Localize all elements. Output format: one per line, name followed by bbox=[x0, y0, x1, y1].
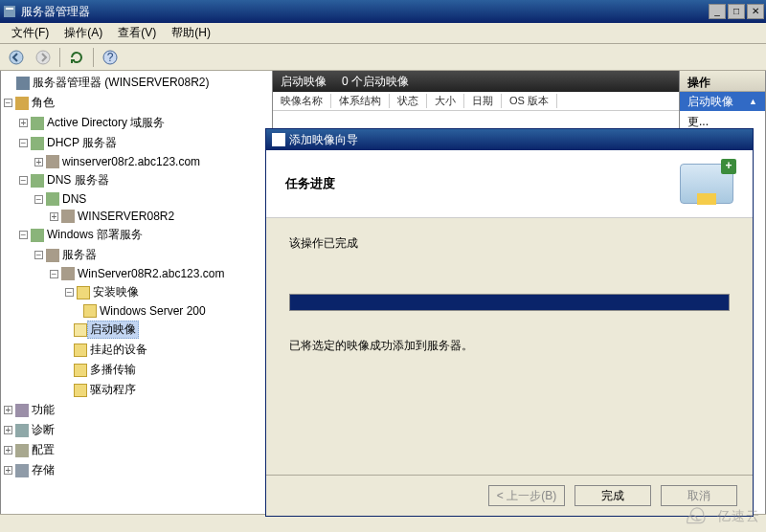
col-os[interactable]: OS 版本 bbox=[502, 94, 557, 108]
tree-storage[interactable]: 存储 bbox=[29, 461, 57, 479]
features-icon bbox=[15, 404, 29, 417]
col-name[interactable]: 映像名称 bbox=[273, 94, 331, 108]
service-icon bbox=[31, 229, 44, 242]
tree-root[interactable]: 服务器管理器 (WINSERVER08R2) bbox=[30, 74, 212, 92]
menubar: 文件(F) 操作(A) 查看(V) 帮助(H) bbox=[0, 23, 766, 44]
expand-toggle[interactable]: + bbox=[34, 158, 43, 166]
progress-bar bbox=[289, 294, 730, 311]
expand-toggle[interactable]: + bbox=[19, 119, 28, 127]
main-titlebar: 服务器管理器 _ □ ✕ bbox=[0, 0, 766, 23]
tree-install-images[interactable]: 安装映像 bbox=[90, 283, 142, 301]
close-button[interactable]: ✕ bbox=[747, 4, 764, 19]
expand-toggle[interactable]: + bbox=[50, 212, 58, 221]
servers-icon bbox=[46, 249, 59, 262]
folder-icon bbox=[83, 304, 97, 318]
toolbar-separator bbox=[93, 48, 94, 67]
app-icon bbox=[2, 4, 17, 19]
expand-toggle[interactable]: − bbox=[19, 231, 28, 239]
toolbar: ? bbox=[0, 44, 766, 71]
dns-icon bbox=[46, 192, 59, 206]
forward-button[interactable] bbox=[33, 47, 54, 68]
expand-toggle[interactable]: + bbox=[4, 446, 12, 454]
tree-pane[interactable]: 服务器管理器 (WINSERVER08R2) −角色 +Active Direc… bbox=[0, 71, 273, 522]
actions-selected: 启动映像 ▲ bbox=[680, 92, 765, 111]
config-icon bbox=[15, 444, 29, 457]
expand-toggle[interactable]: − bbox=[19, 139, 28, 147]
maximize-button[interactable]: □ bbox=[728, 4, 745, 19]
dialog-heading: 任务进度 bbox=[285, 175, 335, 192]
folder-icon bbox=[77, 286, 90, 299]
service-icon bbox=[31, 137, 44, 150]
svg-rect-1 bbox=[6, 8, 13, 10]
folder-icon bbox=[74, 364, 87, 377]
watermark-text: 亿速云 bbox=[717, 508, 760, 525]
tree-wds[interactable]: Windows 部署服务 bbox=[44, 226, 146, 244]
menu-action[interactable]: 操作(A) bbox=[56, 23, 110, 43]
watermark: 亿速云 bbox=[681, 507, 760, 526]
tree-roles[interactable]: 角色 bbox=[29, 94, 57, 112]
finish-button[interactable]: 完成 bbox=[574, 485, 651, 506]
tree-dns-host[interactable]: WINSERVER08R2 bbox=[75, 209, 177, 224]
tree-diagnostics[interactable]: 诊断 bbox=[29, 421, 57, 439]
dialog-title: 添加映像向导 bbox=[289, 132, 358, 148]
help-button[interactable]: ? bbox=[100, 47, 121, 68]
add-image-wizard-dialog: 添加映像向导 任务进度 该操作已完成 已将选定的映像成功添加到服务器。 < 上一… bbox=[265, 128, 754, 517]
folder-open-icon bbox=[74, 323, 87, 337]
tree-ws200x[interactable]: Windows Server 200 bbox=[97, 303, 209, 319]
dialog-footer: < 上一步(B) 完成 取消 bbox=[266, 475, 753, 516]
dialog-body: 该操作已完成 已将选定的映像成功添加到服务器。 bbox=[266, 218, 753, 475]
diagnostics-icon bbox=[15, 424, 29, 437]
tree-ad[interactable]: Active Directory 域服务 bbox=[44, 114, 168, 132]
expand-toggle[interactable]: + bbox=[4, 466, 12, 475]
tree-servers[interactable]: 服务器 bbox=[59, 246, 100, 264]
svg-rect-0 bbox=[4, 6, 15, 17]
tree-boot-images[interactable]: 启动映像 bbox=[87, 321, 139, 339]
expand-toggle[interactable]: + bbox=[4, 406, 12, 414]
menu-view[interactable]: 查看(V) bbox=[110, 23, 164, 43]
tree-dns-node[interactable]: DNS bbox=[59, 191, 89, 207]
col-size[interactable]: 大小 bbox=[427, 94, 464, 108]
wizard-icon bbox=[272, 133, 285, 146]
svg-point-2 bbox=[10, 51, 23, 64]
refresh-button[interactable] bbox=[66, 47, 87, 68]
back-button: < 上一步(B) bbox=[488, 485, 565, 506]
menu-file[interactable]: 文件(F) bbox=[4, 23, 56, 43]
complete-message: 该操作已完成 bbox=[289, 235, 730, 252]
minimize-button[interactable]: _ bbox=[709, 4, 726, 19]
expand-toggle[interactable]: − bbox=[65, 288, 74, 297]
tree-config[interactable]: 配置 bbox=[29, 441, 57, 459]
expand-toggle[interactable]: − bbox=[34, 195, 43, 204]
menu-help[interactable]: 帮助(H) bbox=[164, 23, 218, 43]
tree-multicast[interactable]: 多播传输 bbox=[87, 361, 139, 379]
service-icon bbox=[31, 174, 44, 188]
tree-dhcp-host[interactable]: winserver08r2.abc123.com bbox=[59, 154, 203, 169]
expand-toggle[interactable]: + bbox=[4, 426, 12, 434]
tree-dhcp[interactable]: DHCP 服务器 bbox=[44, 134, 120, 152]
list-header-count: 0 个启动映像 bbox=[342, 74, 409, 90]
expand-toggle[interactable]: − bbox=[50, 270, 58, 278]
host-icon bbox=[61, 267, 75, 280]
tree-features[interactable]: 功能 bbox=[29, 401, 57, 419]
svg-text:?: ? bbox=[107, 51, 114, 64]
col-status[interactable]: 状态 bbox=[390, 94, 427, 108]
svg-point-3 bbox=[36, 51, 50, 64]
tree-dns[interactable]: DNS 服务器 bbox=[44, 171, 112, 189]
expand-toggle[interactable]: − bbox=[19, 176, 28, 185]
folder-icon bbox=[74, 344, 87, 357]
column-headers: 映像名称 体系结构 状态 大小 日期 OS 版本 bbox=[273, 92, 679, 111]
actions-selected-label: 启动映像 bbox=[687, 94, 733, 110]
col-arch[interactable]: 体系结构 bbox=[331, 94, 390, 108]
back-button[interactable] bbox=[6, 47, 27, 68]
col-date[interactable]: 日期 bbox=[464, 94, 502, 108]
service-icon bbox=[31, 117, 44, 130]
expand-toggle[interactable]: − bbox=[4, 99, 12, 107]
expand-toggle[interactable]: − bbox=[34, 251, 43, 259]
tree-drivers[interactable]: 驱动程序 bbox=[87, 381, 139, 399]
list-header: 启动映像 0 个启动映像 bbox=[273, 71, 679, 92]
tree-wds-host[interactable]: WinServer08R2.abc123.com bbox=[75, 266, 227, 281]
tree-pending[interactable]: 挂起的设备 bbox=[87, 341, 150, 359]
cancel-button: 取消 bbox=[661, 485, 737, 506]
host-icon bbox=[46, 155, 59, 168]
host-icon bbox=[61, 210, 75, 223]
window-controls: _ □ ✕ bbox=[709, 4, 764, 19]
